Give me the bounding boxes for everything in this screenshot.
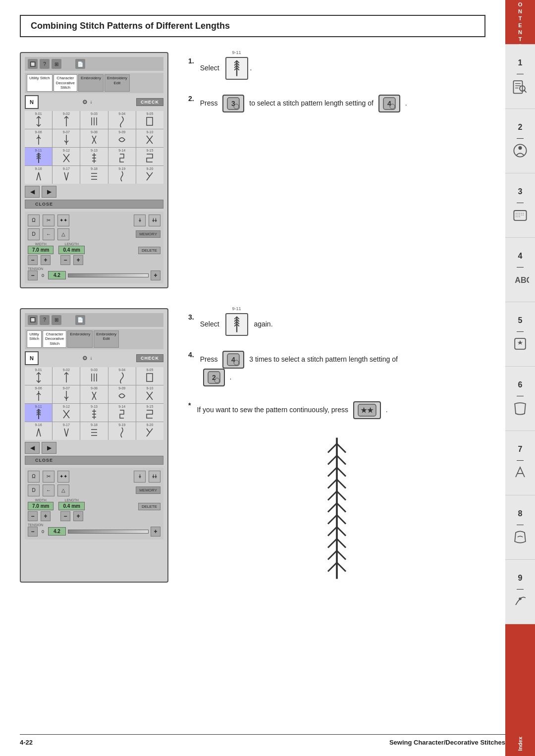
stitch-cell-9-02[interactable]: 9-02 (53, 111, 80, 129)
stitch-cell-9-16[interactable]: 9-16 (25, 166, 52, 184)
close-button-bottom[interactable]: CLOSE (25, 456, 163, 465)
star-button-note[interactable]: ★★ (353, 401, 381, 419)
sidebar-tab-8[interactable]: 8 — (505, 495, 535, 560)
sidebar-tab-4[interactable]: 4 — ABC (505, 238, 535, 302)
stitch-b-9-17[interactable]: 9-17 (53, 422, 80, 440)
ctrl-star-bottom[interactable]: ✦✦ (57, 471, 69, 483)
plus-length-top[interactable]: + (73, 255, 83, 265)
stitch-cell-9-05[interactable]: 9-05 (136, 111, 163, 129)
tab-character-stitch-b[interactable]: CharacterDecorativeStitch (43, 330, 66, 348)
stitch-cell-9-09[interactable]: 9-09 (108, 129, 136, 147)
minus-width-top[interactable]: − (28, 255, 38, 265)
stitch-b-9-07[interactable]: 9-07 (53, 385, 80, 403)
sidebar-tab-5[interactable]: 5 — (505, 302, 535, 367)
stitch-cell-9-08[interactable]: 9-08 (80, 129, 107, 147)
button-4-bottom[interactable]: 4 (222, 351, 244, 369)
nav-forward-btn-bottom[interactable]: ▶ (42, 442, 56, 454)
stitch-cell-9-10[interactable]: 9-10 (136, 129, 163, 147)
ctrl-scissors-bottom[interactable]: ✂ (43, 471, 54, 483)
sidebar-tab-index[interactable]: Index (505, 624, 535, 756)
stitch-cell-9-03[interactable]: 9-03 (80, 111, 107, 129)
stitch-cell-9-12[interactable]: 9-12 (53, 148, 80, 165)
memory-button-top[interactable]: MEMORY (136, 230, 160, 238)
button-4-top[interactable]: 4 (378, 95, 400, 112)
minus-length-top[interactable]: − (60, 255, 70, 265)
stitch-b-9-02[interactable]: 9-02 (53, 367, 80, 385)
ctrl-triangle-top[interactable]: △ (57, 228, 69, 240)
ctrl-arrow-bottom[interactable]: ← (43, 485, 54, 496)
nav-back-btn-top[interactable]: ◀ (25, 186, 40, 198)
ctrl-needles-bottom[interactable]: ⸸⸸ (149, 471, 160, 483)
stitch-cell-9-11[interactable]: 9-11 (25, 148, 52, 165)
delete-button-bottom[interactable]: DELETE (138, 503, 160, 510)
tab-character-stitch[interactable]: CharacterDecorativeStitch (54, 74, 77, 92)
stitch-cell-9-14[interactable]: 9-14 (108, 148, 136, 165)
stitch-cell-9-19[interactable]: 9-19 (108, 166, 136, 184)
sidebar-tab-3[interactable]: 3 — (505, 173, 535, 238)
sidebar-tab-contents[interactable]: CONTENTS (505, 0, 535, 45)
minus-tension-top[interactable]: − (28, 270, 38, 280)
tab-embroidery-edit-b[interactable]: EmbroideryEdit (94, 330, 119, 348)
ctrl-star-top[interactable]: ✦✦ (57, 215, 69, 226)
ctrl-needle-bottom[interactable]: ⸸ (134, 471, 146, 483)
ctrl-needles-top[interactable]: ⸸⸸ (149, 215, 160, 226)
ctrl-triangle-bottom[interactable]: △ (57, 485, 69, 496)
button-3-top[interactable]: 3 (222, 95, 244, 112)
stitch-b-9-09[interactable]: 9-09 (108, 385, 136, 403)
plus-tension-top[interactable]: + (151, 270, 160, 280)
stitch-b-9-06[interactable]: 9-06 (25, 385, 52, 403)
tab-utility-stitch[interactable]: Utility Stitch (27, 74, 53, 92)
button-2-bottom[interactable]: 2 (203, 369, 225, 386)
minus-length-bottom[interactable]: − (60, 511, 70, 521)
stitch-b-9-16[interactable]: 9-16 (25, 422, 52, 440)
stitch-b-9-13[interactable]: 9-13 (80, 404, 107, 422)
tab-utility-stitch-b[interactable]: UtilityStitch (27, 330, 42, 348)
sidebar-tab-7[interactable]: 7 — (505, 431, 535, 495)
machine-tabs-bottom[interactable]: UtilityStitch CharacterDecorativeStitch … (25, 329, 163, 349)
sidebar-tab-6[interactable]: 6 — (505, 367, 535, 431)
plus-length-bottom[interactable]: + (73, 511, 83, 521)
nav-forward-btn-top[interactable]: ▶ (42, 186, 56, 198)
tab-embroidery-b[interactable]: Embroidery (67, 330, 93, 348)
stitch-b-9-08[interactable]: 9-08 (80, 385, 107, 403)
sidebar-tab-9[interactable]: 9 — (505, 560, 535, 624)
tab-embroidery-edit[interactable]: EmbroideryEdit (105, 74, 130, 92)
stitch-cell-9-18[interactable]: 9-18 (80, 166, 107, 184)
stitch-b-9-15[interactable]: 9-15 (136, 404, 163, 422)
stitch-cell-9-06[interactable]: 9-06 (25, 129, 52, 147)
stitch-cell-9-04[interactable]: 9-04 (108, 111, 136, 129)
memory-button-bottom[interactable]: MEMORY (136, 486, 160, 494)
stitch-cell-9-17[interactable]: 9-17 (53, 166, 80, 184)
ctrl-needle-top[interactable]: ⸸ (134, 215, 146, 226)
stitch-b-9-18[interactable]: 9-18 (80, 422, 107, 440)
stitch-b-9-04[interactable]: 9-04 (108, 367, 136, 385)
check-button-bottom[interactable]: CHECK (136, 354, 163, 362)
check-button-top[interactable]: CHECK (136, 98, 163, 106)
plus-width-bottom[interactable]: + (41, 511, 51, 521)
stitch-cell-9-07[interactable]: 9-07 (53, 129, 80, 147)
machine-tabs-top[interactable]: Utility Stitch CharacterDecorativeStitch… (25, 73, 163, 93)
delete-button-top[interactable]: DELETE (138, 247, 160, 254)
stitch-b-9-12[interactable]: 9-12 (53, 404, 80, 422)
stitch-cell-9-13[interactable]: 9-13 (80, 148, 107, 165)
stitch-cell-9-15[interactable]: 9-15 (136, 148, 163, 165)
ctrl-d-top[interactable]: D (28, 228, 40, 240)
ctrl-scissors-top[interactable]: ✂ (43, 215, 54, 226)
stitch-b-9-19[interactable]: 9-19 (108, 422, 136, 440)
sidebar-tab-1[interactable]: 1 — (505, 45, 535, 109)
close-button-top[interactable]: CLOSE (25, 200, 163, 209)
stitch-b-9-10[interactable]: 9-10 (136, 385, 163, 403)
tab-embroidery[interactable]: Embroidery (78, 74, 104, 92)
ctrl-arrow-top[interactable]: ← (43, 228, 54, 240)
minus-tension-bottom[interactable]: − (28, 527, 38, 537)
sidebar-tab-2[interactable]: 2 — (505, 109, 535, 173)
stitch-b-9-05[interactable]: 9-05 (136, 367, 163, 385)
nav-back-btn-bottom[interactable]: ◀ (25, 442, 40, 454)
plus-width-top[interactable]: + (41, 255, 51, 265)
stitch-b-9-01[interactable]: 9-01 (25, 367, 52, 385)
ctrl-omega-top[interactable]: Ω (28, 215, 40, 226)
stitch-b-9-14[interactable]: 9-14 (108, 404, 136, 422)
ctrl-omega-bottom[interactable]: Ω (28, 471, 40, 483)
stitch-b-9-03[interactable]: 9-03 (80, 367, 107, 385)
stitch-cell-9-01[interactable]: 9-01 (25, 111, 52, 129)
